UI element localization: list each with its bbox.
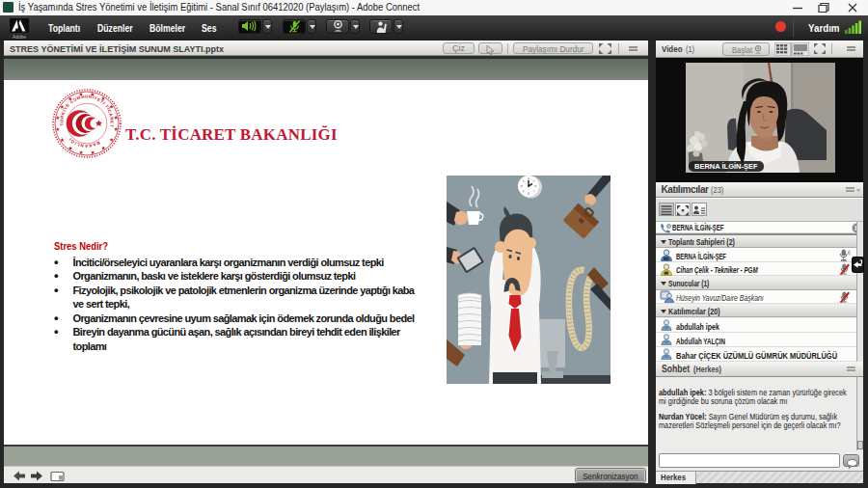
svg-text:BAKANLIĞI: BAKANLIĞI — [68, 137, 100, 149]
svg-text:Adobe: Adobe — [13, 35, 26, 40]
